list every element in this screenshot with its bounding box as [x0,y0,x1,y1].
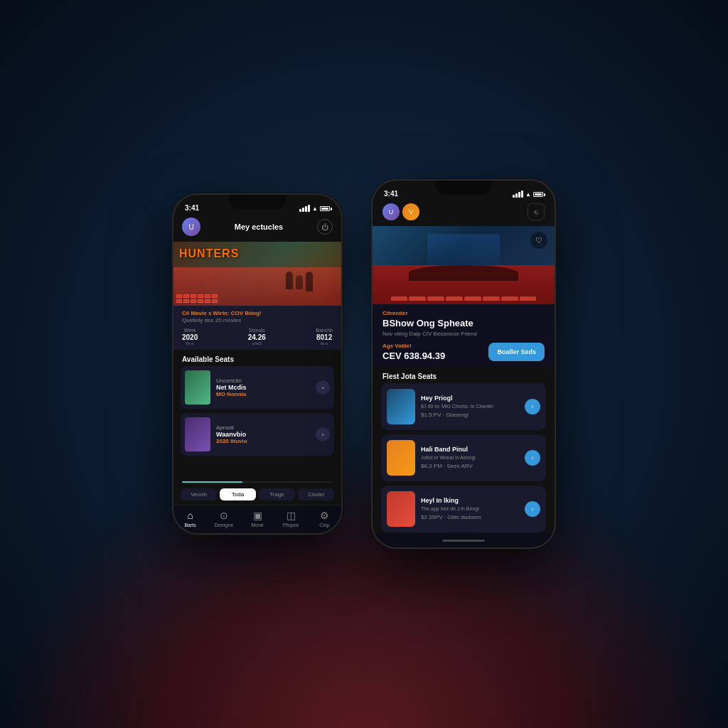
movie-icon: ▣ [253,510,262,521]
status-icons-1: ▲ [299,205,330,212]
show-info-1: Hey Priogl $7.60 tn: MKt Chnrtsi: tn Cha… [421,395,519,418]
nav-item-barts[interactable]: ⌂ Barts [173,510,207,528]
movie-desc-1: Quetioly des 20 movies [182,317,333,323]
battery-icon-1 [320,206,330,211]
showtime-item-2[interactable]: Hali Band Pinul Jotlst or Wooal in Adoog… [381,434,546,481]
stat-rating: Scinuts 24.26 cm/3 [248,328,266,346]
battery-icon-2 [533,192,543,197]
wifi-icon-2: ▲ [525,191,531,198]
showtime-list-2: Hey Priogl $7.60 tn: MKt Chnrtsi: tn Cha… [373,383,555,533]
nav-item-clop[interactable]: ⚙ Clop [308,510,341,528]
settings-icon: ⚙ [320,510,329,521]
price-value-2: CEV 638.94.39 [382,350,445,361]
camera-icon: ◫ [287,510,296,521]
phone-1: 3:41 ▲ U [172,193,343,535]
show-thumb-2 [387,440,415,476]
nav-item-move[interactable]: ▣ Move [240,510,274,528]
showtime-arrow-1[interactable]: › [525,399,540,414]
show-info-2: Hali Band Pinul Jotlst or Wooal in Adoog… [421,446,519,469]
hero-banner-2: ♡ [373,226,555,304]
progress-bar-1 [182,481,333,483]
movie-main-title-2: BShow Ong Spheate [382,318,545,329]
bottom-nav-1: ⌂ Barts ⊙ Demgne ▣ Move ◫ Phqure ⚙ Clo [173,505,341,533]
showtime-item-1[interactable]: Hey Priogl $7.60 tn: MKt Chnrtsi: tn Cha… [381,383,546,430]
nav-item-phqure[interactable]: ◫ Phqure [274,510,308,528]
filter-tab-veonh[interactable]: Veonh [181,488,217,500]
home-icon: ⌂ [187,510,193,521]
stat-count: Banchb 8012 tn o [316,328,333,346]
age-label-2: Age Vatile! [382,343,445,349]
filter-tab-clodel[interactable]: Clodel [298,488,334,500]
price-section-2: Age Vatile! CEV 638.94.39 [382,343,445,361]
wifi-icon-1: ▲ [312,205,318,212]
avatar-group-2: U V [382,203,419,220]
movie-tagline-2: Nov vlitng Dalp CIV Bessincse Friend [382,331,545,337]
filter-tab-trage[interactable]: Trage [259,488,295,500]
search-icon: ⊙ [220,510,228,521]
list-item[interactable]: Uncertctin Net Mcdis MO Nonnia › [181,366,334,409]
hero-banner-1: HUNTERS [173,242,341,306]
heart-button-2[interactable]: ♡ [530,232,547,249]
show-thumb-1 [387,389,415,424]
movie-thumb-2 [185,417,210,451]
showtime-arrow-3[interactable]: › [525,501,540,517]
status-icons-2: ▲ [513,191,543,198]
movie-meta-2: Age Vatile! CEV 638.94.39 Boaller Seds [382,343,545,361]
phone-2: 3:41 ▲ U V [371,179,556,549]
movie-detail-2: Citrender BShow Ong Spheate Nov vlitng D… [373,304,555,367]
stat-year: Wirre 2020 tn o [182,328,198,346]
time-2: 3:41 [384,190,398,198]
phone2-header: U V ⎋ [373,200,555,226]
time-1: 3:41 [185,204,199,212]
notch-2 [435,181,492,195]
showtime-arrow-2[interactable]: › [525,450,540,466]
movie-thumb-1 [185,370,210,405]
list-item[interactable]: Aprostl Waanvbio 2020 Iituvio › [181,413,334,456]
movie-details-2: Aprostl Waanvbio 2020 Iituvio [216,424,310,444]
avatar-2b: V [402,203,419,220]
filter-tab-toda[interactable]: Toda [220,488,256,500]
book-button-2[interactable]: Boaller Seds [488,343,545,361]
header-title-1: Mey ectucles [235,223,283,231]
arrow-btn-2[interactable]: › [316,427,330,441]
hero-title-1: HUNTERS [179,247,239,260]
avatar-2a[interactable]: U [382,203,400,220]
show-thumb-3 [387,491,415,527]
show-info-3: Heyl In lking The app hee de J·ln Bringl… [421,497,519,520]
showtime-item-3[interactable]: Heyl In lking The app hee de J·ln Bringl… [381,486,546,532]
movie-details-1: Uncertctin Net Mcdis MO Nonnia [216,378,310,397]
movie-info-1: Cil Mavie s Wirtn: COV Bdog! Quetioly de… [173,306,341,350]
home-indicator-2 [442,540,485,542]
notification-button-2[interactable]: ⎋ [528,203,545,220]
avatar-1[interactable]: U [182,218,200,236]
arrow-btn-1[interactable]: › [316,380,330,395]
movie-list-1: Uncertctin Net Mcdis MO Nonnia › Aprostl… [173,366,341,480]
phone1-header: U Mey ectucles ⏻ [173,215,341,242]
movie-stats-1: Wirre 2020 tn o Scinuts 24.26 cm/3 Banch… [182,328,333,346]
section-title-1: Available Seats [173,350,341,366]
phones-container: 3:41 ▲ U [172,179,556,549]
notch-1 [229,195,286,209]
movie-label-1: Cil Mavie s Wirtn: COV Bdog! [182,310,333,316]
power-button-1[interactable]: ⏻ [317,219,333,235]
movie-genre-2: Citrender [382,310,545,316]
filter-tabs-1: Veonh Toda Trage Clodel [173,484,341,505]
section-title-2: Flest Jota Seats [373,367,555,383]
bottom-bar-2 [373,533,555,547]
nav-item-demgne[interactable]: ⊙ Demgne [207,510,240,528]
